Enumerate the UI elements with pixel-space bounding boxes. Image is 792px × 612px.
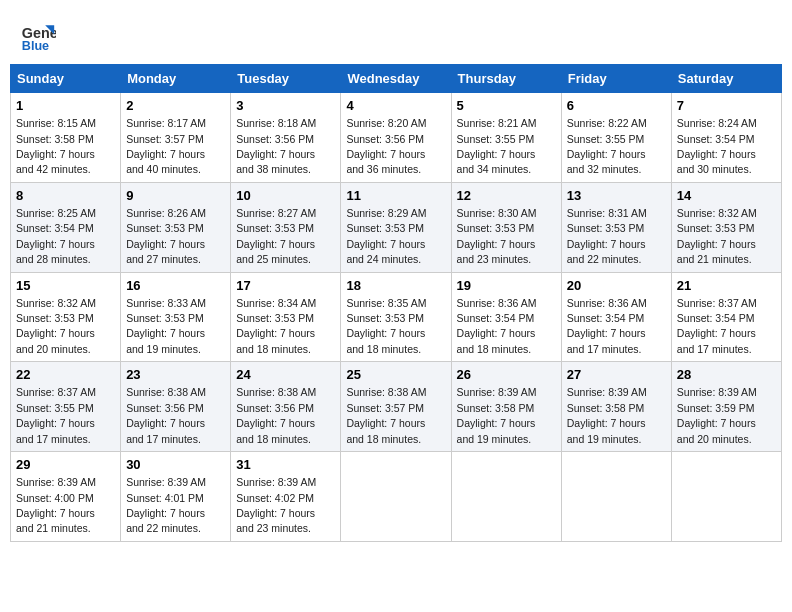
sunset: Sunset: 3:53 PM (236, 222, 314, 234)
sunset: Sunset: 3:56 PM (346, 133, 424, 145)
sunrise: Sunrise: 8:25 AM (16, 207, 96, 219)
day-number: 3 (236, 97, 335, 115)
sunset: Sunset: 3:53 PM (236, 312, 314, 324)
daylight: Daylight: 7 hours and 18 minutes. (346, 327, 425, 354)
calendar-day-28: 28 Sunrise: 8:39 AM Sunset: 3:59 PM Dayl… (671, 362, 781, 452)
day-number: 9 (126, 187, 225, 205)
page-header: General Blue (10, 10, 782, 58)
calendar-day-27: 27 Sunrise: 8:39 AM Sunset: 3:58 PM Dayl… (561, 362, 671, 452)
calendar-day-13: 13 Sunrise: 8:31 AM Sunset: 3:53 PM Dayl… (561, 182, 671, 272)
daylight: Daylight: 7 hours and 20 minutes. (677, 417, 756, 444)
sunrise: Sunrise: 8:38 AM (126, 386, 206, 398)
sunrise: Sunrise: 8:34 AM (236, 297, 316, 309)
day-number: 22 (16, 366, 115, 384)
day-number: 30 (126, 456, 225, 474)
daylight: Daylight: 7 hours and 18 minutes. (346, 417, 425, 444)
sunrise: Sunrise: 8:31 AM (567, 207, 647, 219)
daylight: Daylight: 7 hours and 17 minutes. (16, 417, 95, 444)
day-number: 4 (346, 97, 445, 115)
sunrise: Sunrise: 8:27 AM (236, 207, 316, 219)
sunset: Sunset: 3:54 PM (567, 312, 645, 324)
daylight: Daylight: 7 hours and 20 minutes. (16, 327, 95, 354)
daylight: Daylight: 7 hours and 22 minutes. (567, 238, 646, 265)
empty-cell (451, 452, 561, 542)
col-header-wednesday: Wednesday (341, 65, 451, 93)
sunset: Sunset: 3:58 PM (567, 402, 645, 414)
daylight: Daylight: 7 hours and 18 minutes. (236, 417, 315, 444)
col-header-tuesday: Tuesday (231, 65, 341, 93)
sunrise: Sunrise: 8:24 AM (677, 117, 757, 129)
daylight: Daylight: 7 hours and 38 minutes. (236, 148, 315, 175)
sunrise: Sunrise: 8:39 AM (567, 386, 647, 398)
daylight: Daylight: 7 hours and 34 minutes. (457, 148, 536, 175)
daylight: Daylight: 7 hours and 23 minutes. (236, 507, 315, 534)
calendar-day-19: 19 Sunrise: 8:36 AM Sunset: 3:54 PM Dayl… (451, 272, 561, 362)
sunset: Sunset: 3:56 PM (236, 402, 314, 414)
sunrise: Sunrise: 8:39 AM (677, 386, 757, 398)
calendar-day-14: 14 Sunrise: 8:32 AM Sunset: 3:53 PM Dayl… (671, 182, 781, 272)
day-number: 20 (567, 277, 666, 295)
day-number: 27 (567, 366, 666, 384)
daylight: Daylight: 7 hours and 25 minutes. (236, 238, 315, 265)
day-number: 6 (567, 97, 666, 115)
calendar-day-12: 12 Sunrise: 8:30 AM Sunset: 3:53 PM Dayl… (451, 182, 561, 272)
col-header-sunday: Sunday (11, 65, 121, 93)
sunset: Sunset: 3:58 PM (16, 133, 94, 145)
sunrise: Sunrise: 8:32 AM (16, 297, 96, 309)
calendar-day-31: 31 Sunrise: 8:39 AM Sunset: 4:02 PM Dayl… (231, 452, 341, 542)
sunrise: Sunrise: 8:35 AM (346, 297, 426, 309)
daylight: Daylight: 7 hours and 17 minutes. (126, 417, 205, 444)
sunrise: Sunrise: 8:29 AM (346, 207, 426, 219)
daylight: Daylight: 7 hours and 19 minutes. (126, 327, 205, 354)
sunrise: Sunrise: 8:26 AM (126, 207, 206, 219)
sunrise: Sunrise: 8:33 AM (126, 297, 206, 309)
col-header-thursday: Thursday (451, 65, 561, 93)
day-number: 21 (677, 277, 776, 295)
daylight: Daylight: 7 hours and 42 minutes. (16, 148, 95, 175)
daylight: Daylight: 7 hours and 19 minutes. (567, 417, 646, 444)
daylight: Daylight: 7 hours and 27 minutes. (126, 238, 205, 265)
daylight: Daylight: 7 hours and 30 minutes. (677, 148, 756, 175)
sunset: Sunset: 3:56 PM (126, 402, 204, 414)
calendar-day-24: 24 Sunrise: 8:38 AM Sunset: 3:56 PM Dayl… (231, 362, 341, 452)
sunset: Sunset: 3:53 PM (567, 222, 645, 234)
svg-text:Blue: Blue (22, 39, 49, 53)
day-number: 23 (126, 366, 225, 384)
sunrise: Sunrise: 8:30 AM (457, 207, 537, 219)
sunset: Sunset: 4:02 PM (236, 492, 314, 504)
col-header-monday: Monday (121, 65, 231, 93)
sunset: Sunset: 3:53 PM (126, 222, 204, 234)
calendar-day-21: 21 Sunrise: 8:37 AM Sunset: 3:54 PM Dayl… (671, 272, 781, 362)
calendar-day-11: 11 Sunrise: 8:29 AM Sunset: 3:53 PM Dayl… (341, 182, 451, 272)
calendar-day-17: 17 Sunrise: 8:34 AM Sunset: 3:53 PM Dayl… (231, 272, 341, 362)
daylight: Daylight: 7 hours and 19 minutes. (457, 417, 536, 444)
day-number: 24 (236, 366, 335, 384)
day-number: 2 (126, 97, 225, 115)
calendar-day-20: 20 Sunrise: 8:36 AM Sunset: 3:54 PM Dayl… (561, 272, 671, 362)
daylight: Daylight: 7 hours and 21 minutes. (677, 238, 756, 265)
sunset: Sunset: 3:56 PM (236, 133, 314, 145)
day-number: 17 (236, 277, 335, 295)
sunrise: Sunrise: 8:39 AM (236, 476, 316, 488)
calendar-table: SundayMondayTuesdayWednesdayThursdayFrid… (10, 64, 782, 542)
day-number: 19 (457, 277, 556, 295)
daylight: Daylight: 7 hours and 18 minutes. (236, 327, 315, 354)
logo: General Blue (20, 18, 60, 54)
calendar-day-26: 26 Sunrise: 8:39 AM Sunset: 3:58 PM Dayl… (451, 362, 561, 452)
sunrise: Sunrise: 8:37 AM (16, 386, 96, 398)
day-number: 16 (126, 277, 225, 295)
day-number: 14 (677, 187, 776, 205)
sunrise: Sunrise: 8:39 AM (16, 476, 96, 488)
calendar-day-29: 29 Sunrise: 8:39 AM Sunset: 4:00 PM Dayl… (11, 452, 121, 542)
sunrise: Sunrise: 8:32 AM (677, 207, 757, 219)
calendar-day-2: 2 Sunrise: 8:17 AM Sunset: 3:57 PM Dayli… (121, 93, 231, 183)
daylight: Daylight: 7 hours and 22 minutes. (126, 507, 205, 534)
calendar-day-3: 3 Sunrise: 8:18 AM Sunset: 3:56 PM Dayli… (231, 93, 341, 183)
sunset: Sunset: 3:54 PM (16, 222, 94, 234)
daylight: Daylight: 7 hours and 36 minutes. (346, 148, 425, 175)
sunset: Sunset: 3:57 PM (346, 402, 424, 414)
sunset: Sunset: 3:58 PM (457, 402, 535, 414)
sunrise: Sunrise: 8:39 AM (126, 476, 206, 488)
col-header-saturday: Saturday (671, 65, 781, 93)
sunset: Sunset: 3:55 PM (457, 133, 535, 145)
